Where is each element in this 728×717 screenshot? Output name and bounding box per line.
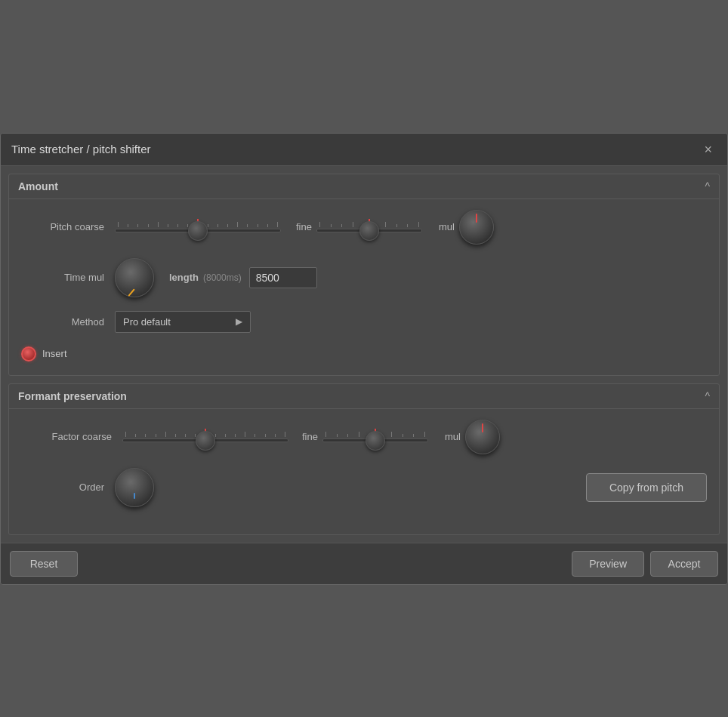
length-label: length (169, 272, 199, 283)
formant-fine-label: fine (302, 431, 318, 442)
method-row: Method Pro default ▶ (21, 311, 707, 333)
formant-collapse-icon[interactable]: ^ (705, 390, 710, 402)
insert-toggle[interactable] (21, 346, 36, 362)
formant-fine-knob[interactable] (366, 431, 385, 451)
length-row: length (8000ms) (169, 267, 317, 288)
mul-knob[interactable] (459, 210, 494, 245)
fine-knob[interactable] (359, 221, 379, 241)
method-arrow: ▶ (236, 316, 242, 327)
formant-mul-label: mul (445, 431, 461, 442)
accept-button[interactable]: Accept (650, 551, 718, 577)
formant-mul-indicator (482, 423, 483, 432)
title-bar: Time stretcher / pitch shifter × (1, 134, 727, 166)
pitch-coarse-slider[interactable] (115, 221, 281, 232)
formant-section-title: Formant preservation (18, 390, 127, 402)
fine-label: fine (296, 221, 312, 232)
formant-section-body: Factor coarse fine (9, 409, 719, 534)
pitch-coarse-knob[interactable] (188, 221, 208, 241)
pitch-coarse-track (115, 229, 281, 232)
dialog: Time stretcher / pitch shifter × Amount … (0, 133, 728, 585)
insert-label: Insert (42, 348, 67, 359)
order-knob-container (115, 468, 154, 507)
order-knob-indicator (134, 493, 135, 499)
amount-collapse-icon[interactable]: ^ (705, 180, 710, 192)
formant-fine-slider[interactable] (322, 431, 428, 442)
preview-button[interactable]: Preview (572, 551, 644, 577)
factor-row: Factor coarse fine (21, 420, 707, 454)
timemul-row: Time mul length (8000ms) (21, 258, 707, 297)
amount-section-title: Amount (18, 180, 58, 192)
length-input[interactable] (249, 267, 317, 288)
mul-label: mul (439, 221, 455, 232)
insert-row: Insert (21, 346, 707, 362)
order-label: Order (21, 482, 104, 493)
dialog-title: Time stretcher / pitch shifter (11, 143, 151, 155)
formant-section-header: Formant preservation ^ (9, 384, 719, 409)
factor-coarse-track (122, 439, 288, 442)
time-mul-knob-container (115, 258, 154, 297)
factor-coarse-label: Factor coarse (21, 431, 112, 442)
bottom-bar: Reset Preview Accept (1, 543, 727, 584)
formant-fine-track (322, 439, 428, 442)
amount-section: Amount ^ Pitch coarse (8, 174, 720, 376)
fine-slider[interactable] (316, 221, 422, 232)
length-hint: (8000ms) (203, 272, 242, 283)
copy-from-pitch-button[interactable]: Copy from pitch (586, 473, 707, 502)
footer-btn-group: Preview Accept (572, 551, 718, 577)
formant-mul-knob-container (465, 420, 500, 454)
order-group: Order (21, 468, 154, 507)
time-mul-knob[interactable] (115, 258, 154, 297)
factor-coarse-slider[interactable] (122, 431, 288, 442)
method-dropdown[interactable]: Pro default ▶ (115, 311, 251, 333)
reset-button[interactable]: Reset (10, 551, 78, 577)
formant-mul-knob[interactable] (465, 420, 500, 454)
mul-knob-container (459, 210, 494, 245)
fine-track (316, 229, 422, 232)
pitch-row: Pitch coarse (21, 210, 707, 245)
time-mul-knob-indicator (128, 288, 135, 296)
order-knob[interactable] (115, 468, 154, 507)
time-mul-label: Time mul (21, 272, 104, 283)
order-row: Order Copy from pitch (21, 468, 707, 507)
factor-coarse-knob[interactable] (196, 431, 215, 451)
pitch-coarse-label: Pitch coarse (21, 221, 104, 232)
amount-section-body: Pitch coarse (9, 199, 719, 375)
amount-section-header: Amount ^ (9, 174, 719, 199)
formant-section: Formant preservation ^ Factor coarse (8, 383, 720, 535)
close-button[interactable]: × (699, 141, 717, 158)
method-label: Method (21, 316, 104, 328)
mul-indicator (476, 214, 477, 223)
method-value: Pro default (123, 316, 230, 328)
